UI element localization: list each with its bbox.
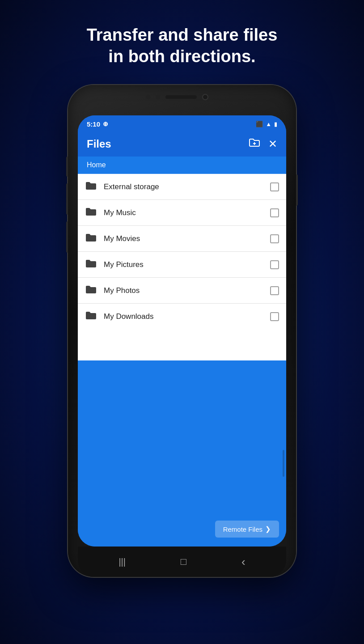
cast-icon: ⬛ [256, 121, 263, 127]
folder-icon [85, 181, 97, 193]
folder-icon [85, 310, 97, 323]
file-checkbox[interactable] [270, 286, 279, 295]
file-item-external-storage[interactable]: External storage [78, 174, 286, 200]
wifi-icon: ▲ [266, 121, 271, 127]
headline-line1: Transfer and share files [87, 25, 278, 46]
file-list: External storage My Music My Movies [78, 174, 286, 360]
front-sensor3 [214, 95, 218, 99]
remote-files-label: Remote Files [223, 525, 262, 533]
folder-icon [85, 207, 97, 219]
file-item-my-downloads[interactable]: My Downloads [78, 304, 286, 330]
file-item-my-pictures[interactable]: My Pictures [78, 252, 286, 278]
file-name: My Music [104, 208, 270, 217]
file-name: My Pictures [104, 260, 270, 269]
file-name: My Downloads [104, 312, 270, 321]
folder-icon [85, 233, 97, 245]
status-time-area: 5:10 ⊕ [87, 120, 108, 128]
headline: Transfer and share files in both directi… [87, 25, 278, 67]
header-actions: ✕ [249, 138, 277, 150]
status-icons: ⬛ ▲ ▮ [256, 121, 277, 127]
file-name: External storage [104, 182, 270, 191]
scroll-indicator [283, 450, 284, 477]
phone-top-bar [68, 94, 296, 100]
phone-mockup: 5:10 ⊕ ⬛ ▲ ▮ Files [68, 85, 296, 577]
remote-files-button[interactable]: Remote Files ❯ [215, 521, 279, 538]
front-camera [202, 94, 208, 100]
breadcrumb-label: Home [87, 161, 106, 169]
app-icon: ⊕ [103, 120, 108, 127]
close-button[interactable]: ✕ [268, 138, 277, 150]
chevron-right-icon: ❯ [265, 525, 271, 533]
breadcrumb-bar: Home [78, 157, 286, 174]
app-header: Files ✕ [78, 132, 286, 157]
earpiece [165, 95, 197, 99]
volume-up-button [66, 183, 68, 215]
add-folder-button[interactable] [249, 138, 260, 150]
app-title: Files [87, 138, 111, 150]
front-sensor [146, 95, 150, 99]
file-name: My Photos [104, 286, 270, 295]
file-checkbox[interactable] [270, 260, 279, 269]
status-bar: 5:10 ⊕ ⬛ ▲ ▮ [78, 115, 286, 132]
file-checkbox[interactable] [270, 208, 279, 217]
headline-line2: in both directions. [87, 46, 278, 68]
volume-down-button [66, 221, 68, 253]
phone-nav-bar: ||| □ ‹ [78, 547, 286, 577]
file-item-my-photos[interactable]: My Photos [78, 278, 286, 304]
phone-screen: 5:10 ⊕ ⬛ ▲ ▮ Files [78, 115, 286, 547]
file-checkbox[interactable] [270, 182, 279, 191]
recent-apps-button[interactable]: ||| [119, 557, 126, 567]
folder-icon [85, 258, 97, 271]
blue-bottom-area: Remote Files ❯ [78, 360, 286, 547]
file-name: My Movies [104, 234, 270, 243]
file-checkbox[interactable] [270, 234, 279, 243]
file-item-my-music[interactable]: My Music [78, 200, 286, 226]
file-item-my-movies[interactable]: My Movies [78, 226, 286, 252]
battery-icon: ▮ [274, 121, 277, 127]
home-button[interactable]: □ [181, 556, 186, 568]
volume-mute-button [66, 157, 68, 177]
back-button[interactable]: ‹ [241, 555, 245, 569]
file-checkbox[interactable] [270, 312, 279, 321]
folder-icon [85, 284, 97, 297]
front-sensor2 [156, 95, 160, 99]
status-time: 5:10 [87, 120, 100, 128]
power-button [296, 174, 298, 206]
